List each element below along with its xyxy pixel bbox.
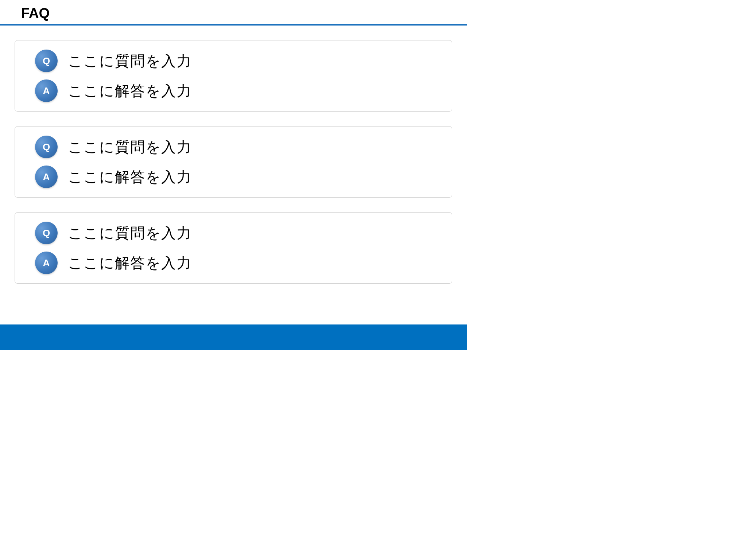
faq-card: Q ここに質問を入力 A ここに解答を入力 — [15, 126, 452, 198]
faq-question-row: Q ここに質問を入力 — [35, 50, 441, 72]
faq-question-row: Q ここに質問を入力 — [35, 222, 441, 244]
question-text: ここに質問を入力 — [68, 223, 192, 243]
faq-card: Q ここに質問を入力 A ここに解答を入力 — [15, 40, 452, 112]
faq-answer-row: A ここに解答を入力 — [35, 79, 441, 102]
footer-bar — [0, 324, 467, 350]
answer-text: ここに解答を入力 — [68, 81, 192, 101]
faq-card: Q ここに質問を入力 A ここに解答を入力 — [15, 212, 452, 284]
answer-badge-icon: A — [35, 79, 58, 102]
question-text: ここに質問を入力 — [68, 51, 192, 71]
question-badge-icon: Q — [35, 50, 58, 72]
question-text: ここに質問を入力 — [68, 137, 192, 157]
answer-text: ここに解答を入力 — [68, 167, 192, 187]
answer-badge-icon: A — [35, 166, 58, 188]
answer-text: ここに解答を入力 — [68, 253, 192, 273]
faq-answer-row: A ここに解答を入力 — [35, 166, 441, 188]
page-title: FAQ — [0, 5, 467, 24]
answer-badge-icon: A — [35, 252, 58, 274]
header: FAQ — [0, 0, 467, 26]
question-badge-icon: Q — [35, 136, 58, 158]
faq-question-row: Q ここに質問を入力 — [35, 136, 441, 158]
question-badge-icon: Q — [35, 222, 58, 244]
faq-content: Q ここに質問を入力 A ここに解答を入力 Q ここに質問を入力 A ここに解答… — [0, 26, 467, 284]
faq-answer-row: A ここに解答を入力 — [35, 252, 441, 274]
